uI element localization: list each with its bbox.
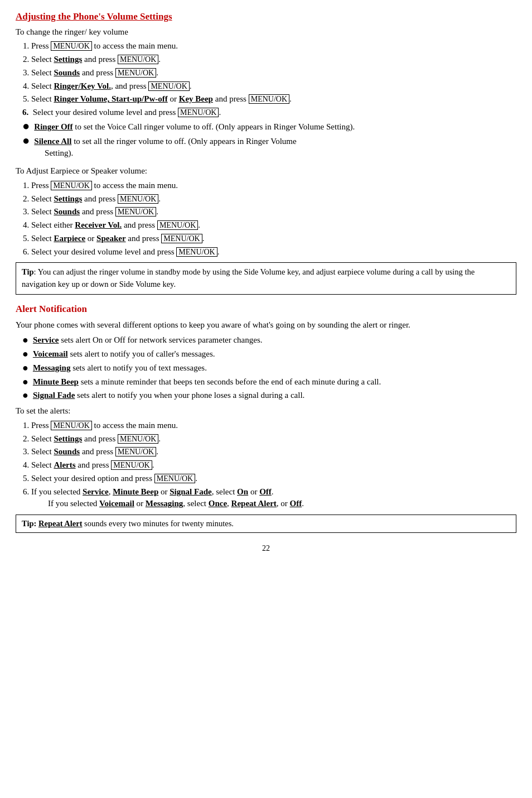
- tip1-text: : You can adjust the ringer volume in st…: [22, 267, 475, 289]
- alert-bullet-messaging: ● Messaging sets alert to notify you of …: [22, 362, 516, 374]
- earpiece-step-3: Select Sounds and press MENU/OK.: [31, 206, 516, 218]
- earpiece-section: To Adjust Earpiece or Speaker volume: Pr…: [16, 165, 516, 258]
- page-number: 22: [16, 543, 516, 554]
- earpiece-step-4: Select either Receiver Vol. and press ME…: [31, 219, 516, 232]
- alert-section-title: Alert Notification: [16, 302, 516, 316]
- ringer-step-6: 6. Select your desired volume level and …: [22, 107, 516, 119]
- tip2-text: sounds every two minutes for twenty minu…: [82, 519, 233, 528]
- ringer-steps-list: Press MENU/OK to access the main menu. S…: [31, 40, 516, 119]
- earpiece-step-1: Press MENU/OK to access the main menu.: [31, 180, 516, 192]
- ringer-bullet-off: ● Ringer Off to set the Voice Call ringe…: [22, 121, 516, 133]
- alert-step-5: Select your desired option and press MEN…: [31, 473, 516, 485]
- alert-intro: Your phone comes with several different …: [16, 319, 516, 331]
- bullet-icon: ●: [22, 134, 30, 147]
- alert-section: Alert Notification Your phone comes with…: [16, 302, 516, 533]
- alert-step-6-line2: If you selected Voicemail or Messaging, …: [48, 499, 304, 508]
- alert-bullet-service: ● Service sets alert On or Off for netwo…: [22, 334, 516, 347]
- earpiece-step-2: Select Settings and press MENU/OK.: [31, 193, 516, 205]
- alert-steps-list: Press MENU/OK to access the main menu. S…: [31, 420, 516, 510]
- alert-bullet-minutebeep: ● Minute Beep sets a minute reminder tha…: [22, 376, 516, 388]
- alert-step-3: Select Sounds and press MENU/OK.: [31, 446, 516, 458]
- ringer-bullet-silence: ● Silence All to set all the ringer volu…: [22, 136, 516, 160]
- page-title: Adjusting the Phone's Volume Settings: [16, 10, 516, 24]
- earpiece-intro: To Adjust Earpiece or Speaker volume:: [16, 165, 516, 177]
- earpiece-steps-list: Press MENU/OK to access the main menu. S…: [31, 180, 516, 258]
- ringer-step-1: Press MENU/OK to access the main menu.: [31, 40, 516, 52]
- alert-step-4: Select Alerts and press MENU/OK.: [31, 459, 516, 472]
- alert-set-intro: To set the alerts:: [16, 405, 516, 417]
- ringer-bullets: ● Ringer Off to set the Voice Call ringe…: [22, 121, 516, 160]
- circle-bullet-icon: ●: [22, 362, 28, 374]
- ringer-intro: To change the ringer/ key volume: [16, 26, 516, 39]
- ringer-step-2: Select Settings and press MENU/OK.: [31, 54, 516, 66]
- earpiece-step-6: Select your desired volume level and pre…: [31, 246, 516, 258]
- alert-bullet-voicemail: ● Voicemail sets alert to notify you of …: [22, 348, 516, 360]
- tip2-label: Tip: Repeat Alert: [22, 519, 82, 528]
- bullet-icon: ●: [22, 120, 30, 132]
- circle-bullet-icon: ●: [22, 376, 28, 388]
- ringer-step-3: Select Sounds and press MENU/OK.: [31, 67, 516, 79]
- alert-bullet-signalfade: ● Signal Fade sets alert to notify you w…: [22, 390, 516, 402]
- tip1-label: Tip: [22, 267, 34, 276]
- circle-bullet-icon: ●: [22, 348, 28, 360]
- alert-bullets: ● Service sets alert On or Off for netwo…: [22, 334, 516, 402]
- ringer-step-4: Select Ringer/Key Vol., and press MENU/O…: [31, 80, 516, 93]
- alert-step-2: Select Settings and press MENU/OK.: [31, 433, 516, 445]
- circle-bullet-icon: ●: [22, 334, 28, 347]
- alert-step-6: If you selected Service, Minute Beep or …: [31, 486, 516, 511]
- ringer-step-5: Select Ringer Volume, Start-up/Pw-off or…: [31, 93, 516, 105]
- alert-step-1: Press MENU/OK to access the main menu.: [31, 420, 516, 432]
- circle-bullet-icon: ●: [22, 390, 28, 402]
- tip-box-1: Tip: You can adjust the ringer volume in…: [16, 262, 516, 295]
- earpiece-step-5: Select Earpiece or Speaker and press MEN…: [31, 233, 516, 245]
- tip-box-2: Tip: Repeat Alert sounds every two minut…: [16, 515, 516, 533]
